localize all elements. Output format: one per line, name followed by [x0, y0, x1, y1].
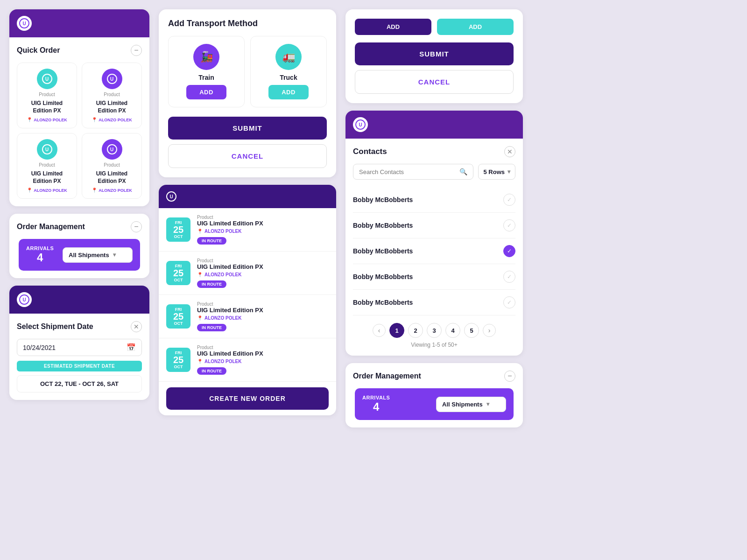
bottom-arrivals-bar: ARRIVALS 4 All Shipments ▾ [355, 388, 514, 420]
pagination-next-button[interactable]: › [483, 324, 496, 337]
pin-icon-4: 📍 [92, 188, 97, 193]
train-icon-circle: 🚂 [193, 44, 219, 70]
product-card-2[interactable]: U Product UIG Limited Edition PX 📍 ALONZ… [82, 63, 142, 128]
pin-icon-1: 📍 [27, 117, 32, 122]
product-card-3[interactable]: U Product UIG Limited Edition PX 📍 ALONZ… [17, 133, 77, 199]
order-management-title-row: Order Management − [17, 221, 142, 232]
contacts-filter-row: 🔍 5 Rows ▾ [353, 164, 515, 180]
rows-select-dropdown[interactable]: 5 Rows ▾ [478, 164, 515, 180]
pagination-row: ‹ 1 2 3 4 5 › [353, 323, 515, 338]
quick-order-collapse-button[interactable]: − [131, 45, 142, 56]
arrivals-bar: ARRIVALS 4 All Shipments ▾ [19, 239, 140, 271]
shipment-name-4: UIG Limited Edition PX [197, 350, 329, 357]
shipment-item-4[interactable]: FRI 25 OCT Product UIG Limited Edition P… [159, 338, 336, 382]
contact-row-5[interactable]: Bobby McBobberts ✓ [353, 290, 515, 315]
transport-submit-button[interactable]: SUBMIT [168, 117, 327, 140]
rows-label: 5 Rows [483, 168, 505, 175]
pagination-prev-button[interactable]: ‹ [373, 324, 386, 337]
shipment-num-3: 25 [171, 312, 186, 321]
shipment-date-header: U [9, 286, 149, 314]
bottom-order-collapse-button[interactable]: − [504, 371, 515, 382]
date-input[interactable] [23, 344, 127, 351]
product-name-2: UIG Limited Edition PX [87, 100, 137, 114]
truck-label: Truck [280, 74, 297, 81]
in-route-badge-1: IN ROUTE [197, 237, 226, 245]
in-route-badge-3: IN ROUTE [197, 324, 226, 331]
truck-option: 🚛 Truck ADD [250, 36, 327, 107]
create-order-button[interactable]: CREATE NEW ORDER [166, 387, 329, 410]
shipment-date-badge-1: FRI 25 OCT [166, 217, 190, 242]
product-name-1: UIG Limited Edition PX [22, 100, 72, 114]
date-input-row[interactable]: 📅 [17, 339, 142, 356]
contact-row-1[interactable]: Bobby McBobberts ✓ [353, 187, 515, 213]
shipment-date-badge-4: FRI 25 OCT [166, 348, 190, 372]
search-icon: 🔍 [459, 168, 467, 175]
column-2: Add Transport Method 🚂 Train ADD 🚛 Truck… [159, 9, 336, 415]
shipment-info-3: Product UIG Limited Edition PX 📍 ALONZO … [197, 301, 329, 331]
shipment-list-logo: U [166, 191, 176, 202]
shipments-dropdown[interactable]: All Shipments ▾ [63, 247, 133, 263]
train-add-button[interactable]: ADD [186, 85, 226, 99]
contact-row-3[interactable]: Bobby McBobberts ✓ [353, 238, 515, 264]
truck-icon: 🚛 [282, 51, 295, 63]
uig-logo-contacts: U [355, 119, 366, 130]
shipment-num-1: 25 [171, 225, 186, 234]
contact-row-2[interactable]: Bobby McBobberts ✓ [353, 213, 515, 238]
quick-order-body: Quick Order − U Product UIG Limited Edit… [9, 37, 149, 206]
order-management-card: Order Management − ARRIVALS 4 All Shipme… [9, 214, 149, 278]
pagination-page-5-button[interactable]: 5 [464, 323, 479, 338]
contacts-close-button[interactable]: ✕ [504, 146, 515, 157]
column-1: U Quick Order − U Product UIG Limited Ed… [9, 9, 149, 400]
shipment-item-2[interactable]: FRI 25 OCT Product UIG Limited Edition P… [159, 252, 336, 295]
quick-order-header: U [9, 9, 149, 37]
shipment-date-close-button[interactable]: ✕ [131, 321, 142, 332]
search-contacts-input[interactable] [359, 168, 457, 175]
top-add-button-2[interactable]: ADD [437, 19, 514, 35]
contact-check-1[interactable]: ✓ [503, 194, 515, 206]
product-logo-1: U [42, 74, 52, 84]
contact-check-4[interactable]: ✓ [503, 271, 515, 283]
contact-name-2: Bobby McBobberts [353, 222, 413, 229]
shipment-name-3: UIG Limited Edition PX [197, 307, 329, 314]
shipment-item-1[interactable]: FRI 25 OCT Product UIG Limited Edition P… [159, 208, 336, 252]
shipment-num-4: 25 [171, 355, 186, 364]
main-submit-button[interactable]: SUBMIT [355, 42, 514, 65]
pin-icon-3: 📍 [27, 188, 32, 193]
transport-cancel-button[interactable]: CANCEL [168, 144, 327, 168]
contacts-title: Contacts [353, 147, 387, 156]
pagination-page-1-button[interactable]: 1 [389, 323, 404, 338]
product-card-4[interactable]: U Product UIG Limited Edition PX 📍 ALONZ… [82, 133, 142, 199]
shipment-date-title-row: Select Shipment Date ✕ [17, 321, 142, 332]
shipment-info-1: Product UIG Limited Edition PX 📍 ALONZO … [197, 215, 329, 245]
contact-row-4[interactable]: Bobby McBobberts ✓ [353, 264, 515, 290]
chevron-down-icon: ▾ [113, 252, 116, 258]
product-location-4: 📍 ALONZO POLEK [92, 188, 132, 193]
main-cancel-button[interactable]: CANCEL [355, 70, 514, 94]
shipment-location-4: 📍 ALONZO POLEK [197, 359, 329, 364]
top-add-button-1[interactable]: ADD [355, 19, 431, 35]
location-pin-1: 📍 [197, 229, 203, 234]
product-location-1: 📍 ALONZO POLEK [27, 117, 67, 122]
product-name-4: UIG Limited Edition PX [87, 170, 137, 185]
truck-add-button[interactable]: ADD [268, 85, 309, 99]
contact-check-2[interactable]: ✓ [503, 219, 515, 231]
uig-logo-shipment-list: U [166, 191, 176, 202]
train-option: 🚂 Train ADD [168, 36, 245, 107]
pagination-page-2-button[interactable]: 2 [408, 323, 423, 338]
order-management-collapse-button[interactable]: − [131, 221, 142, 232]
shipment-item-3[interactable]: FRI 25 OCT Product UIG Limited Edition P… [159, 295, 336, 338]
shipment-month-4: OCT [171, 364, 186, 369]
shipment-month-2: OCT [171, 278, 186, 282]
pagination-page-3-button[interactable]: 3 [427, 323, 442, 338]
shipment-info-4: Product UIG Limited Edition PX 📍 ALONZO … [197, 345, 329, 375]
shipment-list-header: U [159, 185, 336, 208]
contact-check-3[interactable]: ✓ [503, 245, 515, 257]
pagination-page-4-button[interactable]: 4 [445, 323, 460, 338]
shipment-num-2: 25 [171, 268, 186, 278]
search-input-wrapper[interactable]: 🔍 [353, 164, 473, 180]
product-card-1[interactable]: U Product UIG Limited Edition PX 📍 ALONZ… [17, 63, 77, 128]
contact-name-1: Bobby McBobberts [353, 196, 413, 203]
contact-check-5[interactable]: ✓ [503, 296, 515, 308]
bottom-shipments-dropdown[interactable]: All Shipments ▾ [436, 397, 506, 412]
bottom-order-title-row: Order Management − [353, 371, 515, 382]
